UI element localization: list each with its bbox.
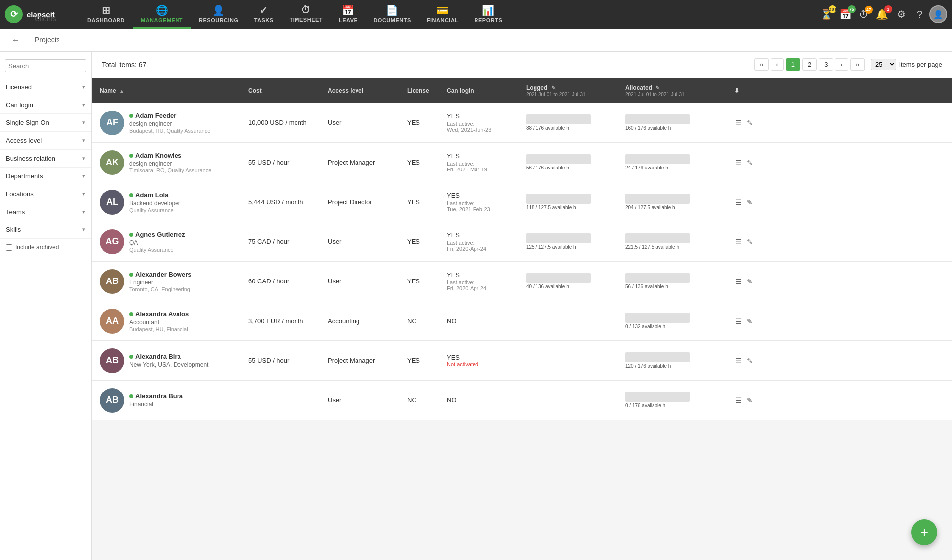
edit-person-button[interactable]: ✎	[746, 395, 754, 405]
sidebar: 🔍 Licensed▾Can login▾Single Sign On▾Acce…	[0, 52, 92, 560]
pagination-next[interactable]: ›	[835, 58, 848, 71]
person-license: NO	[404, 315, 444, 327]
view-details-button[interactable]: ☰	[734, 197, 743, 207]
nav-item-management[interactable]: 🌐MANAGEMENT	[133, 0, 191, 29]
person-actions: ☰ ✎	[731, 156, 756, 169]
online-dot	[129, 312, 133, 316]
person-location: Quality Assurance	[129, 207, 180, 213]
tasks-icon: ✓	[259, 4, 268, 16]
filter-label-access-level: Access level	[6, 137, 42, 144]
back-button[interactable]: ←	[10, 34, 22, 47]
nav-item-timesheet[interactable]: ⏱TIMESHEET	[282, 0, 331, 29]
management-icon: 🌐	[156, 4, 169, 16]
user-avatar[interactable]: 👤	[929, 5, 947, 23]
nav-badge-3[interactable]: ⏳OUT	[818, 6, 834, 22]
online-dot	[129, 394, 133, 398]
tab-projects[interactable]: Projects	[27, 30, 68, 51]
filter-teams[interactable]: Teams▾	[0, 203, 91, 221]
col-download[interactable]: ⬇	[731, 83, 756, 98]
person-name: Alexandra Bura	[129, 392, 183, 400]
col-license: License	[404, 83, 444, 98]
view-details-button[interactable]: ☰	[734, 395, 743, 405]
person-info: Adam Lola Backend developer Quality Assu…	[129, 191, 180, 213]
table-row: AL Adam Lola Backend developer Quality A…	[92, 182, 952, 222]
person-actions: ☰ ✎	[731, 275, 756, 288]
col-name[interactable]: Name ▲	[97, 83, 245, 98]
filter-departments[interactable]: Departments▾	[0, 168, 91, 185]
edit-person-button[interactable]: ✎	[746, 237, 754, 247]
filter-skills[interactable]: Skills▾	[0, 221, 91, 239]
view-details-button[interactable]: ☰	[734, 316, 743, 326]
table-row: AK Adam Knowles design engineer Timisoar…	[92, 143, 952, 182]
nav-item-documents[interactable]: 📄DOCUMENTS	[365, 0, 418, 29]
nav-badge-2[interactable]: 📅75	[837, 6, 854, 22]
edit-person-button[interactable]: ✎	[746, 158, 754, 168]
edit-person-button[interactable]: ✎	[746, 118, 754, 128]
nav-item-financial[interactable]: 💳FINANCIAL	[419, 0, 467, 29]
include-archived-checkbox[interactable]	[6, 244, 12, 251]
nav-item-dashboard[interactable]: ⊞DASHBOARD	[79, 0, 133, 29]
pagination-prev[interactable]: ‹	[771, 58, 783, 71]
edit-person-button[interactable]: ✎	[746, 356, 754, 366]
reports-icon: 📊	[482, 4, 495, 16]
nav-item-tasks[interactable]: ✓TASKS	[246, 0, 282, 29]
person-logged: 88 / 176 available h	[523, 112, 622, 133]
view-details-button[interactable]: ☰	[734, 158, 743, 168]
person-cost: 10,000 USD / month	[245, 117, 325, 128]
tab-clients[interactable]: Clients	[27, 9, 68, 30]
person-logged	[523, 398, 622, 402]
nav-badge-0[interactable]: 🔔1	[874, 6, 890, 22]
filter-label-departments: Departments	[6, 172, 43, 180]
person-can-login: YESNot activated	[444, 352, 523, 369]
person-role: Financial	[129, 401, 183, 408]
search-input[interactable]	[8, 62, 92, 70]
filter-locations[interactable]: Locations▾	[0, 185, 91, 203]
add-person-fab[interactable]: +	[911, 519, 937, 545]
nav-badge-1[interactable]: ⏱47	[857, 7, 871, 22]
view-details-button[interactable]: ☰	[734, 118, 743, 128]
pagination-page-2[interactable]: 2	[802, 58, 817, 71]
pagination-last[interactable]: »	[850, 58, 865, 71]
person-actions: ☰ ✎	[731, 314, 756, 328]
view-details-button[interactable]: ☰	[734, 237, 743, 247]
person-allocated: 0 / 132 available h	[622, 311, 731, 331]
table-row: AB Alexandra Bira New York, USA, Develop…	[92, 341, 952, 381]
person-name: Adam Lola	[129, 191, 180, 199]
chevron-icon: ▾	[82, 191, 85, 197]
main-layout: 🔍 Licensed▾Can login▾Single Sign On▾Acce…	[0, 52, 952, 560]
person-name: Alexandra Bira	[129, 353, 208, 360]
edit-person-button[interactable]: ✎	[746, 197, 754, 207]
items-per-page-select[interactable]: 25 50 100	[871, 59, 896, 70]
pagination-first[interactable]: «	[754, 58, 769, 71]
include-archived-toggle[interactable]: Include archived	[0, 239, 91, 256]
person-logged: 56 / 176 available h	[523, 152, 622, 172]
filter-licensed[interactable]: Licensed▾	[0, 78, 91, 96]
filter-access-level[interactable]: Access level▾	[0, 132, 91, 150]
view-details-button[interactable]: ☰	[734, 277, 743, 286]
pagination-page-1[interactable]: 1	[786, 58, 800, 71]
filter-can-login[interactable]: Can login▾	[0, 96, 91, 114]
filter-list: Licensed▾Can login▾Single Sign On▾Access…	[0, 78, 91, 239]
person-cost: 55 USD / hour	[245, 355, 325, 366]
edit-person-button[interactable]: ✎	[746, 316, 754, 326]
person-license: YES	[404, 355, 444, 366]
nav-item-reports[interactable]: 📊REPORTS	[467, 0, 511, 29]
nav-item-leave[interactable]: 📅LEAVE	[331, 0, 365, 29]
filter-single-sign-on[interactable]: Single Sign On▾	[0, 114, 91, 132]
person-logged: 118 / 127.5 available h	[523, 192, 622, 212]
online-dot	[129, 273, 133, 277]
filter-label-teams: Teams	[6, 208, 25, 216]
pagination-page-3[interactable]: 3	[819, 58, 833, 71]
chevron-icon: ▾	[82, 209, 85, 215]
filter-business-relation[interactable]: Business relation▾	[0, 150, 91, 168]
person-name: Alexandra Avalos	[129, 310, 189, 318]
view-details-button[interactable]: ☰	[734, 356, 743, 366]
edit-person-button[interactable]: ✎	[746, 277, 754, 286]
filter-label-can-login: Can login	[6, 101, 33, 109]
person-role: Engineer	[129, 279, 191, 286]
nav-item-resourcing[interactable]: 👤RESOURCING	[191, 0, 246, 29]
help-button[interactable]: ?	[913, 7, 926, 22]
table-header: Name ▲ Cost Access level License Can log…	[92, 78, 952, 103]
settings-button[interactable]: ⚙	[893, 6, 910, 22]
content-area: Total items: 67 «‹123›» 25 50 100 items …	[92, 52, 952, 560]
